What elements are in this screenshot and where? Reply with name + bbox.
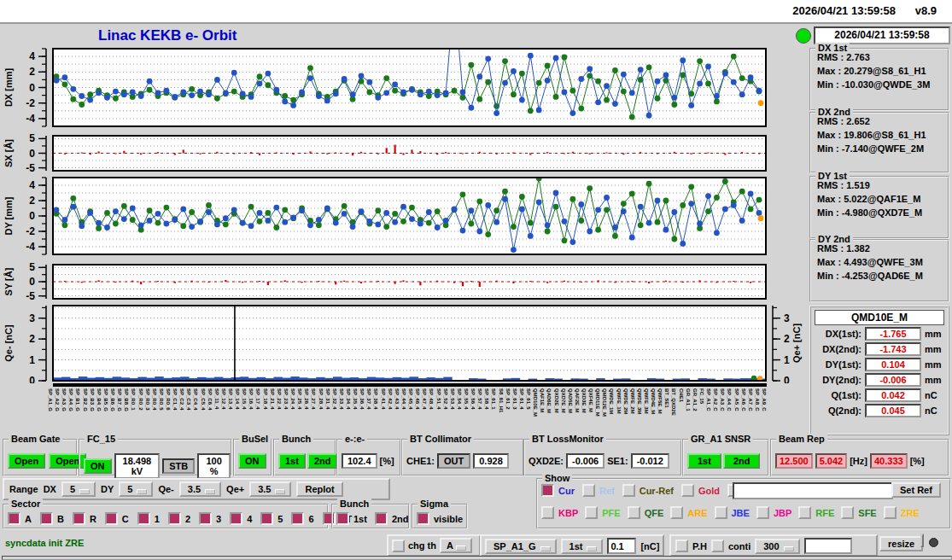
show-ref[interactable]: Ref bbox=[582, 484, 615, 497]
fc15-on-button[interactable]: ON bbox=[84, 458, 112, 474]
x-axis-label: FC_15 bbox=[699, 388, 704, 404]
sector-4[interactable]: 4 bbox=[230, 512, 252, 525]
bunch-select-dropdown[interactable]: 1st bbox=[561, 539, 604, 554]
qxd2e-label: QXD2E: bbox=[529, 456, 564, 466]
gr-a1-2nd-button[interactable]: 2nd bbox=[723, 453, 761, 469]
x-axis-label: SP_B5_G bbox=[103, 388, 108, 411]
show-zre[interactable]: ZRE bbox=[884, 506, 920, 519]
show-checkbox[interactable] bbox=[628, 506, 640, 519]
sector-checkbox[interactable] bbox=[137, 512, 150, 525]
x-axis-label: SP_32_4 bbox=[332, 388, 337, 410]
bunch-checkbox[interactable] bbox=[375, 512, 388, 525]
show-gold[interactable]: Gold bbox=[681, 484, 720, 497]
chg-th-checkbox[interactable] bbox=[392, 540, 405, 552]
show-checkbox[interactable] bbox=[670, 506, 683, 519]
show-cur[interactable]: Cur bbox=[541, 484, 575, 497]
threshold-input[interactable] bbox=[607, 538, 636, 554]
beam-rep-value-1: 12.500 bbox=[775, 453, 813, 469]
sector-checkbox[interactable] bbox=[105, 512, 118, 525]
sector-checkbox[interactable] bbox=[230, 512, 242, 525]
show-checkbox[interactable] bbox=[681, 484, 694, 497]
sector-checkbox[interactable] bbox=[199, 512, 212, 525]
x-axis-label: SP_A5_C bbox=[734, 388, 739, 411]
sector-checkbox[interactable] bbox=[260, 512, 273, 525]
conti-checkbox[interactable] bbox=[711, 540, 724, 552]
sector-6[interactable]: 6 bbox=[291, 512, 313, 525]
sector-checkbox[interactable] bbox=[168, 512, 181, 525]
bunch-1st-button[interactable]: 1st bbox=[278, 453, 306, 469]
sector-5[interactable]: 5 bbox=[260, 512, 283, 525]
replot-button[interactable]: Replot bbox=[296, 481, 342, 497]
show-jbe[interactable]: JBE bbox=[715, 506, 750, 519]
sector-a[interactable]: A bbox=[8, 512, 32, 525]
show-checkbox[interactable] bbox=[585, 506, 598, 519]
sector-3[interactable]: 3 bbox=[199, 512, 221, 525]
sector-r[interactable]: R bbox=[73, 512, 96, 525]
show-checkbox[interactable] bbox=[798, 506, 811, 519]
show-checkbox[interactable] bbox=[841, 506, 854, 519]
show-cur-ref[interactable]: Cur-Ref bbox=[622, 484, 674, 497]
svg-text:5: 5 bbox=[29, 134, 35, 144]
show-qfe[interactable]: QFE bbox=[628, 506, 664, 519]
points-dropdown[interactable]: 300 bbox=[755, 539, 799, 554]
bunch-1st[interactable]: 1st bbox=[336, 512, 367, 525]
show-pfe[interactable]: PFE bbox=[585, 506, 620, 519]
sector-checkbox[interactable] bbox=[291, 512, 304, 525]
set-ref-button[interactable]: Set Ref bbox=[891, 482, 941, 498]
show-checkbox[interactable] bbox=[884, 506, 897, 519]
x-axis-label: SP_21_4 bbox=[270, 388, 275, 410]
show-checkbox[interactable] bbox=[582, 484, 595, 497]
sector-b[interactable]: B bbox=[40, 512, 64, 525]
show-checkbox[interactable] bbox=[715, 506, 727, 519]
bunch-2nd-button[interactable]: 2nd bbox=[307, 453, 338, 469]
bunch-2nd[interactable]: 2nd bbox=[375, 512, 409, 525]
ref-name-input[interactable] bbox=[733, 482, 893, 499]
fc15-stb-button[interactable]: STB bbox=[162, 458, 195, 474]
che1-out-button[interactable]: OUT bbox=[437, 453, 470, 469]
sector-c[interactable]: C bbox=[105, 512, 129, 525]
sector-checkbox[interactable] bbox=[8, 512, 20, 525]
extra-input[interactable] bbox=[804, 538, 852, 554]
svg-text:2: 2 bbox=[29, 66, 35, 78]
ph-checkbox[interactable] bbox=[675, 540, 688, 552]
range-qem-dropdown[interactable]: 3.5 bbox=[179, 481, 221, 497]
sigma-visible[interactable]: visible bbox=[417, 512, 463, 525]
x-axis-label: SP_R0_5 bbox=[159, 388, 164, 411]
stats-title: DX 2nd bbox=[815, 107, 853, 117]
camera-button[interactable] bbox=[920, 534, 924, 547]
range-dx-dropdown[interactable]: 5 bbox=[61, 481, 96, 497]
svg-text:Qe- [nC]: Qe- [nC] bbox=[3, 324, 14, 362]
show-checkbox[interactable] bbox=[541, 484, 554, 497]
show-jbp[interactable]: JBP bbox=[756, 506, 791, 519]
gr-a1-1st-button[interactable]: 1st bbox=[687, 453, 721, 469]
show-rfe[interactable]: RFE bbox=[798, 506, 834, 519]
sector-1[interactable]: 1 bbox=[137, 512, 160, 525]
show-are[interactable]: ARE bbox=[670, 506, 707, 519]
show-checkbox[interactable] bbox=[622, 484, 635, 497]
x-axis-label: QWFE_2M bbox=[630, 388, 635, 414]
monitor-row-unit: mm bbox=[925, 344, 942, 354]
bottom-strip bbox=[2, 556, 952, 560]
th-dropdown[interactable]: A bbox=[440, 538, 472, 553]
range-qep-dropdown[interactable]: 3.5 bbox=[249, 481, 291, 497]
bunch-checkbox[interactable] bbox=[336, 512, 349, 525]
resize-button[interactable]: resize bbox=[879, 536, 923, 551]
beam-rep-hz-unit: [Hz] bbox=[850, 456, 867, 466]
sector-checkbox[interactable] bbox=[40, 512, 53, 525]
sp-select-dropdown[interactable]: SP_A1_G bbox=[485, 539, 557, 554]
sector-2[interactable]: 2 bbox=[168, 512, 190, 525]
sector-checkbox[interactable] bbox=[73, 512, 85, 525]
monitor-row-unit: mm bbox=[925, 359, 942, 370]
beam-rep-pct-unit: [%] bbox=[910, 456, 925, 466]
x-axis-label: SP_17_4 bbox=[255, 388, 260, 410]
x-axis-label: SP_54_4 bbox=[457, 388, 462, 410]
busel-on-button[interactable]: ON bbox=[238, 453, 266, 469]
show-checkbox[interactable] bbox=[756, 506, 769, 519]
range-dy-dropdown[interactable]: 5 bbox=[119, 481, 153, 497]
sigma-checkbox[interactable] bbox=[417, 512, 429, 525]
beam-gate-open-1-button[interactable]: Open bbox=[8, 453, 45, 469]
show-kbp[interactable]: KBP bbox=[541, 506, 578, 519]
show-sfe[interactable]: SFE bbox=[841, 506, 876, 519]
show-label: Ref bbox=[599, 486, 615, 496]
show-checkbox[interactable] bbox=[541, 506, 554, 519]
